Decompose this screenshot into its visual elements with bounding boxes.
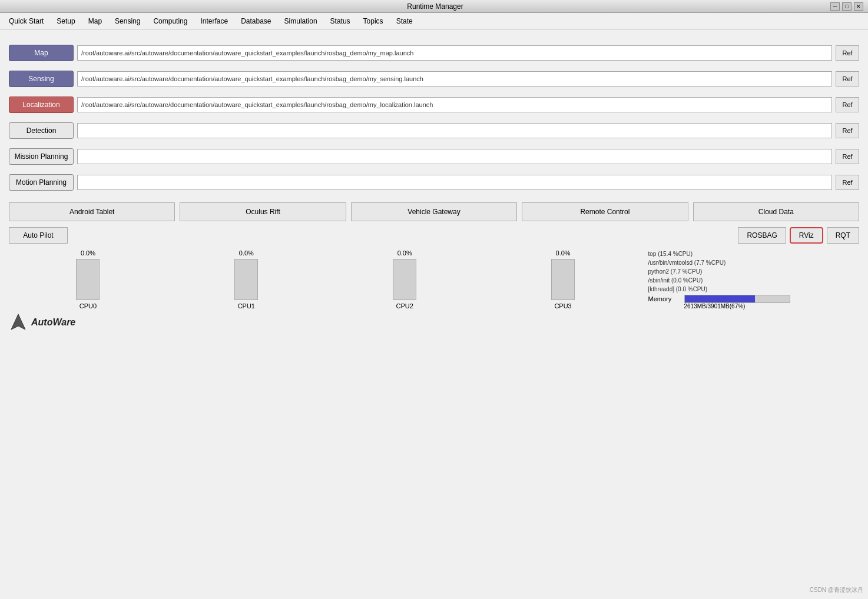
file-path-input-4[interactable] [77, 149, 832, 164]
ref-btn-0[interactable]: Ref [836, 45, 859, 61]
cpu-percent-3: 0.0% [556, 249, 571, 257]
menu-tab-setup[interactable]: Setup [50, 15, 81, 28]
logo-text: AutoWare [31, 317, 75, 328]
menu-tab-computing[interactable]: Computing [147, 15, 194, 28]
section-row-4: Mission PlanningRef [9, 148, 859, 165]
ref-btn-5[interactable]: Ref [836, 175, 859, 190]
section-row-1: SensingRef [9, 71, 859, 87]
tool-btn-rosbag[interactable]: ROSBAG [738, 227, 786, 244]
watermark: CSDN @青涩饮冰丹 [810, 586, 863, 594]
cpu-bar-container-1 [234, 259, 258, 300]
autopilot-button[interactable]: Auto Pilot [9, 227, 68, 244]
section-btn-detection[interactable]: Detection [9, 122, 74, 139]
cpu-group-1: 0.0%CPU1 [167, 249, 326, 310]
section-row-0: MapRef [9, 45, 859, 61]
memory-bar [684, 295, 790, 303]
cpu-label-0: CPU0 [79, 302, 97, 310]
file-path-input-3[interactable] [77, 123, 832, 138]
file-path-input-2[interactable] [77, 97, 832, 112]
menu-tab-topics[interactable]: Topics [357, 15, 390, 28]
autopilot-label: Auto Pilot [23, 231, 53, 239]
cpu-group-2: 0.0%CPU2 [326, 249, 484, 310]
menu-tab-interface[interactable]: Interface [194, 15, 234, 28]
cpu-bar-container-2 [393, 259, 416, 300]
cpu-percent-1: 0.0% [239, 249, 254, 257]
ref-btn-4[interactable]: Ref [836, 149, 859, 164]
title-bar-text: Runtime Manager [40, 2, 830, 11]
cpu-percent-2: 0.0% [397, 249, 412, 257]
memory-label: Memory [648, 295, 681, 302]
menu-tab-quick-start[interactable]: Quick Start [2, 15, 50, 28]
section-btn-mission-planning[interactable]: Mission Planning [9, 148, 74, 165]
gateway-btn-android-tablet[interactable]: Android Tablet [9, 202, 175, 221]
file-path-input-0[interactable] [77, 45, 832, 61]
gateway-btn-oculus-rift[interactable]: Oculus Rift [180, 202, 346, 221]
file-path-input-5[interactable] [77, 175, 832, 190]
gateway-btn-vehicle-gateway[interactable]: Vehicle Gateway [351, 202, 517, 221]
close-button[interactable]: ✕ [854, 2, 863, 11]
section-btn-localization[interactable]: Localization [9, 96, 74, 113]
section-btn-motion-planning[interactable]: Motion Planning [9, 174, 74, 191]
cpu-group-0: 0.0%CPU0 [9, 249, 167, 310]
memory-stat-1: /usr/bin/vmtoolsd (7.7 %CPU) [648, 258, 860, 267]
memory-stat-0: top (15.4 %CPU) [648, 249, 860, 258]
memory-stat-3: /sbin/init (0.0 %CPU) [648, 276, 860, 285]
menu-tab-state[interactable]: State [390, 15, 419, 28]
main-content: MapRefSensingRefLocalizationRefDetection… [0, 29, 868, 599]
cpu-label-2: CPU2 [396, 302, 413, 310]
cpu-bar-container-0 [76, 259, 100, 300]
ref-btn-1[interactable]: Ref [836, 71, 859, 86]
maximize-button[interactable]: □ [842, 2, 852, 11]
section-btn-sensing[interactable]: Sensing [9, 71, 74, 87]
section-btn-map[interactable]: Map [9, 45, 74, 61]
section-row-2: LocalizationRef [9, 96, 859, 113]
gateway-btn-cloud-data[interactable]: Cloud Data [693, 202, 859, 221]
title-bar: Runtime Manager ─ □ ✕ [0, 0, 868, 13]
menu-bar: Quick StartSetupMapSensingComputingInter… [0, 13, 868, 29]
memory-stat-2: python2 (7.7 %CPU) [648, 267, 860, 276]
section-row-5: Motion PlanningRef [9, 174, 859, 191]
gateway-row: Android TabletOculus RiftVehicle Gateway… [9, 202, 859, 221]
tool-btn-rqt[interactable]: RQT [827, 227, 859, 244]
cpu-percent-0: 0.0% [81, 249, 95, 257]
cpu-bar-container-3 [551, 259, 575, 300]
cpu-label-3: CPU3 [554, 302, 571, 310]
gateway-btn-remote-control[interactable]: Remote Control [522, 202, 688, 221]
memory-stat-4: [kthreadd] (0.0 %CPU) [648, 285, 860, 294]
cpu-group-3: 0.0%CPU3 [484, 249, 642, 310]
autoware-logo-icon [9, 313, 28, 332]
menu-tab-map[interactable]: Map [82, 15, 108, 28]
menu-tab-sensing[interactable]: Sensing [108, 15, 147, 28]
menu-tab-simulation[interactable]: Simulation [278, 15, 324, 28]
tool-btn-rviz[interactable]: RViz [790, 227, 823, 244]
menu-tab-database[interactable]: Database [234, 15, 277, 28]
section-row-3: DetectionRef [9, 122, 859, 139]
autopilot-row: Auto Pilot ROSBAGRVizRQT [9, 227, 859, 244]
file-path-input-1[interactable] [77, 71, 832, 86]
minimize-button[interactable]: ─ [830, 2, 840, 11]
menu-tab-status[interactable]: Status [324, 15, 357, 28]
cpu-label-1: CPU1 [238, 302, 255, 310]
memory-value: 2613MB/3901MB(67%) [684, 303, 860, 310]
autoware-logo: AutoWare [9, 313, 75, 332]
ref-btn-2[interactable]: Ref [836, 97, 859, 112]
ref-btn-3[interactable]: Ref [836, 123, 859, 138]
